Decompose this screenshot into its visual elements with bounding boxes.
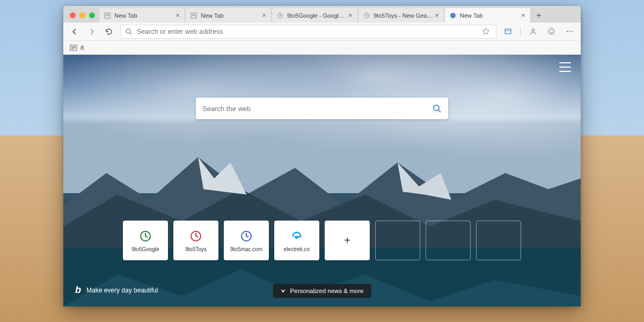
svg-point-19 [571, 31, 572, 32]
ntp-search-input[interactable] [202, 105, 432, 113]
feedback-smiley-icon[interactable] [545, 26, 557, 38]
more-menu-icon[interactable] [564, 26, 575, 38]
tab-strip: New Tab × New Tab × 9to5Google - Google … [63, 6, 581, 23]
tile-9to5toys[interactable]: 9to5Toys [173, 221, 218, 260]
svg-point-14 [548, 28, 554, 34]
edge-e-icon [290, 229, 304, 243]
separator [520, 27, 521, 36]
reading-list-count: 8 [80, 45, 84, 51]
svg-point-8 [450, 13, 456, 18]
refresh-button[interactable] [103, 26, 115, 38]
page-settings-button[interactable] [559, 62, 571, 72]
clock-icon [138, 229, 152, 243]
toolbar [63, 23, 581, 41]
chevron-down-icon [281, 288, 286, 294]
search-icon[interactable] [432, 104, 442, 113]
bing-tagline: Make every day beautiful [86, 287, 158, 294]
svg-point-17 [566, 31, 567, 32]
svg-rect-11 [505, 29, 511, 34]
quick-links-tiles: 9to5Google 9to5Toys 9to5mac.com electrek… [123, 221, 521, 260]
page-icon [190, 12, 197, 19]
browser-window: New Tab × New Tab × 9to5Google - Google … [63, 6, 581, 306]
forward-button[interactable] [86, 26, 98, 38]
search-icon [125, 28, 133, 35]
tile-empty-slot[interactable] [426, 221, 471, 260]
news-button-label: Personalized news & more [290, 288, 364, 294]
edge-icon [449, 12, 457, 19]
tile-electrek[interactable]: electrek.co [274, 221, 319, 260]
tab-4[interactable]: 9to5Toys - New Gear, rev… × [358, 8, 444, 23]
ntp-search-box[interactable] [196, 98, 448, 119]
back-button[interactable] [69, 26, 80, 38]
svg-line-31 [438, 110, 441, 112]
collections-icon[interactable] [502, 26, 514, 38]
address-bar[interactable] [120, 25, 496, 39]
tile-label: 9to5Google [131, 246, 159, 252]
toolbar-right [502, 26, 575, 38]
tab-label: New Tab [460, 12, 519, 19]
tile-label: electrek.co [284, 246, 310, 252]
svg-marker-26 [198, 157, 246, 194]
close-tab-icon[interactable]: × [347, 12, 354, 19]
svg-point-30 [434, 105, 439, 111]
tab-2[interactable]: New Tab × [186, 8, 272, 23]
reading-list-icon[interactable] [70, 45, 77, 51]
tab-label: New Tab [201, 12, 260, 19]
bing-attribution: b Make every day beautiful [75, 284, 158, 296]
new-tab-page: 9to5Google 9to5Toys 9to5mac.com electrek… [63, 55, 581, 306]
tile-empty-slot[interactable] [476, 221, 521, 260]
bing-logo-icon: b [75, 284, 81, 296]
tab-1[interactable]: New Tab × [99, 8, 185, 23]
close-window-button[interactable] [70, 12, 76, 18]
tile-9to5google[interactable]: 9to5Google [123, 221, 168, 260]
svg-point-16 [552, 30, 552, 31]
clock-icon [363, 12, 370, 19]
clock-icon [189, 229, 203, 243]
tile-add-button[interactable]: + [325, 221, 370, 260]
svg-point-9 [126, 29, 130, 33]
close-tab-icon[interactable]: × [260, 12, 268, 19]
tab-label: 9to5Toys - New Gear, rev… [374, 12, 433, 19]
tile-label: 9to5mac.com [230, 246, 262, 252]
plus-icon: + [344, 235, 350, 247]
tile-label: 9to5Toys [185, 246, 207, 252]
tab-label: New Tab [114, 12, 174, 19]
maximize-window-button[interactable] [89, 12, 95, 18]
close-tab-icon[interactable]: × [519, 12, 527, 19]
tab-3[interactable]: 9to5Google - Google ne… × [272, 8, 358, 23]
window-controls [68, 12, 99, 23]
svg-point-18 [569, 31, 570, 32]
background-mountains [63, 130, 581, 306]
favorite-star-icon[interactable] [480, 26, 492, 38]
svg-point-13 [532, 29, 535, 32]
tab-label: 9to5Google - Google ne… [287, 12, 347, 19]
clock-icon [276, 12, 284, 19]
profile-icon[interactable] [527, 26, 539, 38]
tab-5-active[interactable]: New Tab × [445, 8, 531, 23]
minimize-window-button[interactable] [79, 12, 85, 18]
close-tab-icon[interactable]: × [433, 12, 441, 19]
personalized-news-button[interactable]: Personalized news & more [273, 284, 371, 298]
address-input[interactable] [137, 28, 475, 35]
close-tab-icon[interactable]: × [174, 12, 181, 19]
bookmarks-bar: 8 [63, 41, 581, 55]
svg-point-15 [550, 30, 550, 31]
new-tab-button[interactable]: + [531, 8, 546, 23]
tile-empty-slot[interactable] [375, 221, 420, 260]
svg-line-10 [130, 33, 131, 34]
tile-9to5mac[interactable]: 9to5mac.com [224, 221, 269, 260]
page-icon [104, 12, 111, 19]
clock-icon [239, 229, 253, 243]
